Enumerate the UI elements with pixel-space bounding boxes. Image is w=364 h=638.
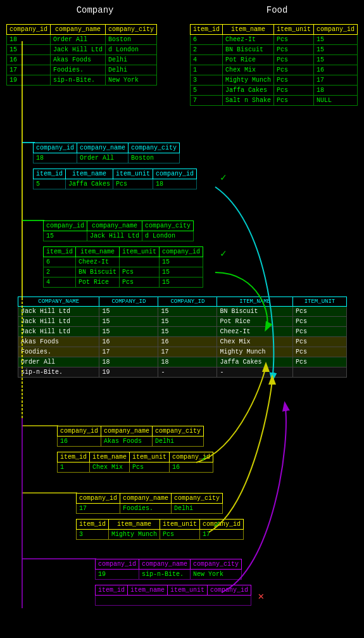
table-row: 3Mighty MunchPcs17 [190,75,357,86]
sub-block-4: company_idcompany_namecompany_city 17Foo… [76,493,244,540]
table-row: Order All1818Jaffa CakesPcs [18,357,347,367]
table-row: Jack Hill Ltd1515Cheez-ItPcs [18,327,347,337]
table-row: sip-n-Bite.19-- [18,367,347,378]
food-main-table: item_id item_name item_unit company_id 6… [190,24,358,106]
sub-block-1: company_idcompany_namecompany_city 18Ord… [33,143,197,189]
table-row: 18Order AllBoston [7,35,157,45]
table-row [96,596,251,606]
food-header-unit: item_unit [273,25,313,35]
table-row: 15Jack Hill Ltdd London [44,231,194,241]
table-row: 17Foodies.Delhi [77,504,223,514]
food-header-name: item_name [222,25,273,35]
table-row: 19sip-n-Bite.New York [96,570,242,580]
table-row: 4Pot RicePcs15 [190,55,357,65]
join-result-table: COMPANY_NAME COMPANY_ID COMPANY_ID ITEM_… [18,297,347,378]
table-row: 5Jaffa CakesPcs18 [34,179,197,189]
sub-block-3: company_idcompany_namecompany_city 16Aka… [57,426,213,473]
food-title: Food [267,5,288,15]
company-header-name: company_name [51,25,106,35]
table-row: 18Order AllBoston [34,153,180,163]
table-row: 4Pot RicePcs15 [44,278,203,288]
table-row: 15Jack Hill Ltdd London [7,45,157,55]
table-row: Jack Hill Ltd1515BN BiscuitPcs [18,307,347,317]
svg-text:✓: ✓ [220,248,227,260]
food-header-id: item_id [190,25,222,35]
table-row: Akas Foods1616Chex MixPcs [18,337,347,347]
table-row: 16Akas FoodsDelhi [58,437,204,447]
table-row: 7Salt n ShakePcsNULL [190,96,357,106]
sub-block-5: company_idcompany_namecompany_city 19sip… [95,559,251,606]
table-row: 1Chex MixPcs16 [58,463,213,473]
company-title: Company [77,5,114,15]
svg-text:✓: ✓ [220,172,227,184]
table-row: 1Chex MixPcs16 [190,65,357,75]
food-header-company: company_id [313,25,357,35]
table-row: Foodies.1717Mighty MunchPcs [18,347,347,357]
table-row: 3Mighty MunchPcs17 [77,530,244,540]
table-row: 6Cheez-ItPcs15 [190,35,357,45]
table-row: 5Jaffa CakesPcs18 [190,86,357,96]
table-row: 19sip-n-Bite.New York [7,75,157,86]
table-row: 2BN BiscuitPcs15 [190,45,357,55]
table-row: 17Foodies.Delhi [7,65,157,75]
company-header-city: company_city [106,25,157,35]
table-row: 16Akas FoodsDelhi [7,55,157,65]
table-row: 2BN BiscuitPcs15 [44,267,203,278]
sub-block-2: company_idcompany_namecompany_city 15Jac… [43,220,203,288]
table-row: 6Cheez-It15 [44,257,203,267]
table-row: Jack Hill Ltd1515Pot RicePcs [18,317,347,327]
company-main-table: company_id company_name company_city 18O… [6,24,157,106]
company-header-id: company_id [7,25,51,35]
